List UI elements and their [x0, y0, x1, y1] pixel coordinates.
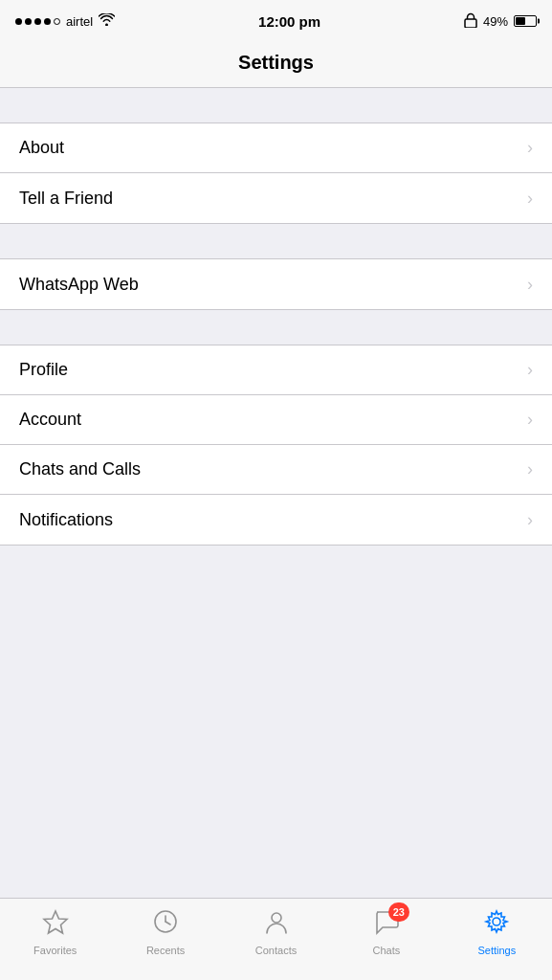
lock-icon — [464, 12, 477, 31]
signal-dot-1 — [15, 18, 22, 25]
tab-chats[interactable]: 23 Chats — [331, 906, 441, 956]
signal-dot-5 — [54, 18, 60, 25]
chevron-icon-tell-a-friend: › — [527, 189, 533, 209]
star-icon — [42, 908, 69, 942]
tab-bar: Favorites Recents Contacts 23 — [0, 898, 552, 980]
tab-recents[interactable]: Recents — [110, 906, 220, 956]
tab-favorites-label: Favorites — [33, 945, 77, 956]
settings-item-chats-and-calls[interactable]: Chats and Calls › — [0, 445, 552, 495]
status-right: 49% — [464, 12, 537, 31]
wifi-icon — [99, 13, 115, 29]
person-icon — [263, 908, 290, 942]
battery-fill — [516, 17, 525, 25]
settings-item-tell-a-friend[interactable]: Tell a Friend › — [0, 173, 552, 223]
tab-contacts[interactable]: Contacts — [221, 906, 331, 956]
chevron-icon-profile: › — [527, 360, 533, 380]
section-gap-2 — [0, 224, 552, 258]
signal-dots — [15, 18, 60, 25]
status-bar: airtel 12:00 pm 49% — [0, 0, 552, 42]
settings-item-account[interactable]: Account › — [0, 395, 552, 445]
settings-item-notifications[interactable]: Notifications › — [0, 495, 552, 545]
chats-badge: 23 — [388, 902, 409, 922]
section-gap-3 — [0, 310, 552, 345]
gear-icon — [483, 908, 510, 942]
signal-dot-2 — [25, 18, 32, 25]
tab-contacts-label: Contacts — [255, 945, 297, 956]
chevron-icon-chats-and-calls: › — [527, 459, 533, 479]
signal-dot-4 — [44, 18, 51, 25]
settings-group-3: Profile › Account › Chats and Calls › No… — [0, 345, 552, 546]
tab-settings-label: Settings — [477, 945, 516, 956]
settings-item-about[interactable]: About › — [0, 123, 552, 173]
tab-settings[interactable]: Settings — [442, 906, 552, 956]
chevron-icon-account: › — [527, 410, 533, 430]
chevron-icon-about: › — [527, 138, 533, 158]
svg-rect-0 — [465, 19, 476, 28]
svg-line-4 — [166, 922, 170, 924]
settings-group-1: About › Tell a Friend › — [0, 122, 552, 224]
svg-marker-1 — [44, 911, 67, 933]
settings-group-2: WhatsApp Web › — [0, 258, 552, 310]
tab-chats-label: Chats — [373, 945, 401, 956]
section-gap-1 — [0, 88, 552, 122]
tab-recents-label: Recents — [146, 945, 185, 956]
page-title: Settings — [0, 52, 552, 74]
battery-icon — [514, 15, 537, 27]
clock-icon — [152, 908, 179, 942]
carrier-label: airtel — [66, 14, 93, 29]
svg-point-5 — [272, 913, 281, 923]
chevron-icon-notifications: › — [527, 510, 533, 530]
page-title-bar: Settings — [0, 42, 552, 88]
chevron-icon-whatsapp-web: › — [527, 275, 533, 295]
status-left: airtel — [15, 13, 115, 29]
settings-item-profile[interactable]: Profile › — [0, 345, 552, 395]
content-area: About › Tell a Friend › WhatsApp Web › P… — [0, 88, 552, 546]
settings-item-whatsapp-web[interactable]: WhatsApp Web › — [0, 259, 552, 309]
signal-dot-3 — [34, 18, 41, 25]
status-time: 12:00 pm — [258, 13, 320, 30]
chat-icon: 23 — [373, 908, 400, 942]
tab-favorites[interactable]: Favorites — [0, 906, 110, 956]
svg-point-6 — [493, 918, 500, 925]
battery-percent: 49% — [483, 14, 508, 29]
